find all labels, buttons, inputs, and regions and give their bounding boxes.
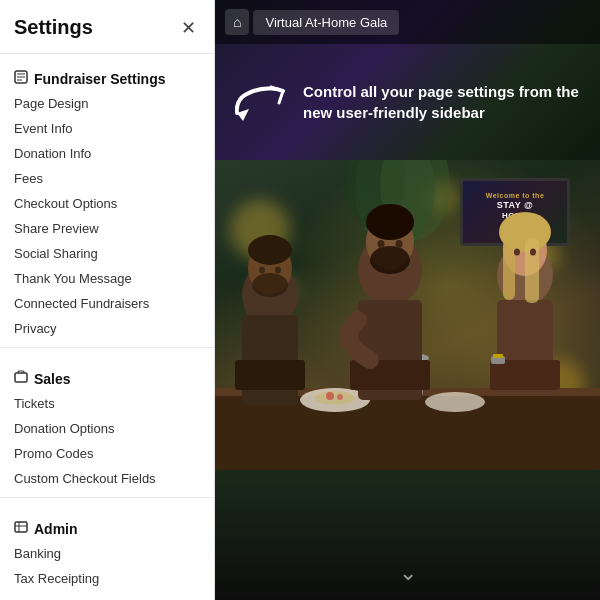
svg-point-47 [530,249,536,256]
section-group-admin: AdminBankingTax Receipting [0,504,214,597]
svg-point-21 [326,392,334,400]
breadcrumb-button[interactable]: Virtual At-Home Gala [253,10,399,35]
home-button[interactable]: ⌂ [225,9,249,35]
section-group-fundraiser: Fundraiser SettingsPage DesignEvent Info… [0,54,214,354]
sidebar-item-banking[interactable]: Banking [0,541,214,566]
section-icon-admin [14,520,28,537]
sidebar-item-tax-receipting[interactable]: Tax Receipting [0,566,214,591]
svg-rect-41 [490,360,560,390]
section-header-admin: Admin [0,514,214,541]
svg-point-22 [337,394,343,400]
sidebar-item-privacy[interactable]: Privacy [0,316,214,341]
svg-rect-44 [503,240,515,300]
sidebar-item-thank-you-message[interactable]: Thank You Message [0,266,214,291]
main-content: ⌂ Virtual At-Home Gala Control all your … [215,0,600,600]
svg-rect-4 [15,373,27,382]
svg-point-15 [425,392,485,412]
sidebar: Settings ✕ Fundraiser SettingsPage Desig… [0,0,215,600]
arrow-icon [235,81,287,123]
section-group-sales: SalesTicketsDonation OptionsPromo CodesC… [0,354,214,504]
sidebar-item-page-design[interactable]: Page Design [0,91,214,116]
sidebar-title: Settings [14,16,93,39]
svg-point-36 [370,246,410,274]
svg-rect-25 [235,360,305,390]
sidebar-item-checkout-options[interactable]: Checkout Options [0,191,214,216]
sidebar-item-share-preview[interactable]: Share Preview [0,216,214,241]
top-bar: ⌂ Virtual At-Home Gala [215,0,600,44]
svg-point-27 [248,235,292,265]
promo-banner: Control all your page settings from the … [215,71,600,133]
svg-point-37 [378,240,385,248]
section-icon-fundraiser [14,70,28,87]
section-title-fundraiser: Fundraiser Settings [34,71,165,87]
sidebar-item-tickets[interactable]: Tickets [0,391,214,416]
sidebar-item-donation-info[interactable]: Donation Info [0,141,214,166]
svg-point-46 [514,249,520,256]
sidebar-item-promo-codes[interactable]: Promo Codes [0,441,214,466]
scroll-down-chevron[interactable]: ⌄ [399,560,417,586]
divider-after-fundraiser [0,347,214,348]
photo-background: Welcome to the STAY @ HOME Gala [215,160,600,470]
svg-point-38 [396,240,403,248]
sidebar-item-connected-fundraisers[interactable]: Connected Fundraisers [0,291,214,316]
bottom-dark-section: ⌄ [215,470,600,600]
section-header-fundraiser: Fundraiser Settings [0,64,214,91]
section-title-admin: Admin [34,521,78,537]
svg-rect-5 [15,522,27,532]
svg-point-29 [259,267,265,274]
scene-svg [215,160,600,470]
section-icon-sales [14,370,28,387]
sidebar-item-event-info[interactable]: Event Info [0,116,214,141]
svg-point-30 [275,267,281,274]
section-title-sales: Sales [34,371,71,387]
photo-section: Welcome to the STAY @ HOME Gala [215,160,600,470]
divider-after-sales [0,497,214,498]
svg-rect-45 [525,238,539,303]
svg-rect-49 [493,354,503,358]
sidebar-item-custom-checkout-fields[interactable]: Custom Checkout Fields [0,466,214,491]
promo-text: Control all your page settings from the … [303,81,580,123]
sidebar-item-social-sharing[interactable]: Social Sharing [0,241,214,266]
svg-point-20 [315,391,355,405]
close-button[interactable]: ✕ [177,17,200,39]
svg-point-28 [252,273,288,297]
sidebar-item-donation-options[interactable]: Donation Options [0,416,214,441]
svg-point-35 [366,204,414,240]
sidebar-header: Settings ✕ [0,0,214,54]
section-header-sales: Sales [0,364,214,391]
sidebar-item-fees[interactable]: Fees [0,166,214,191]
